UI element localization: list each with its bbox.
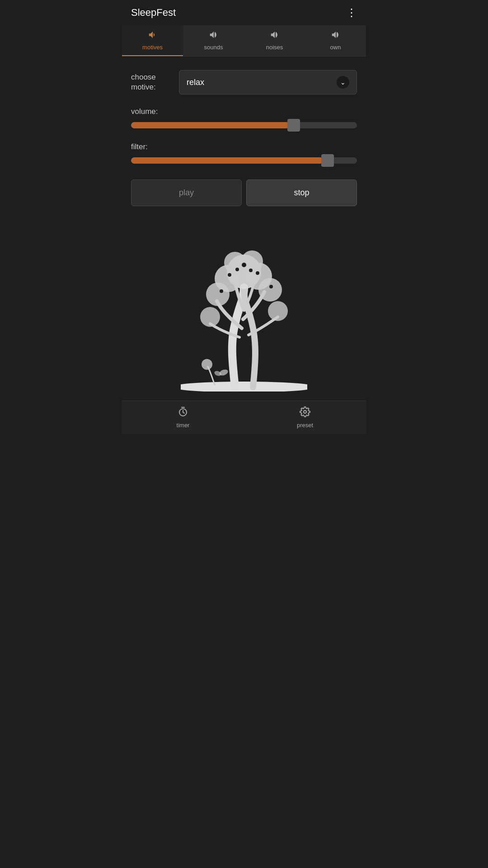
illustration-area xyxy=(131,219,357,392)
svg-point-14 xyxy=(256,271,259,275)
svg-point-12 xyxy=(235,268,239,271)
svg-point-9 xyxy=(241,250,263,272)
svg-point-13 xyxy=(228,273,231,277)
noises-tab-icon xyxy=(270,30,280,42)
svg-point-11 xyxy=(249,269,253,272)
filter-section: filter: xyxy=(131,142,357,165)
volume-section: volume: xyxy=(131,107,357,130)
app-title: SleepFest xyxy=(131,7,176,19)
preset-label: preset xyxy=(297,422,313,429)
noises-tab-label: noises xyxy=(266,44,283,51)
motive-row: choosemotive: relax ⌄ xyxy=(131,70,357,94)
bottom-nav: timer preset xyxy=(122,401,366,434)
tab-bar: motives sounds noises own xyxy=(122,25,366,57)
nav-preset[interactable]: preset xyxy=(244,401,366,434)
svg-point-4 xyxy=(206,283,230,306)
svg-point-0 xyxy=(181,382,307,392)
tree-illustration xyxy=(181,238,307,392)
dropdown-arrow-icon: ⌄ xyxy=(337,76,349,89)
sounds-tab-icon xyxy=(209,30,219,42)
svg-point-16 xyxy=(269,285,273,288)
stop-button[interactable]: stop xyxy=(246,179,357,206)
motives-tab-icon xyxy=(148,30,158,42)
motives-tab-label: motives xyxy=(142,44,163,51)
motive-value: relax xyxy=(187,78,204,87)
own-tab-label: own xyxy=(330,44,341,51)
menu-icon[interactable]: ⋮ xyxy=(346,6,357,19)
svg-point-15 xyxy=(220,289,223,293)
svg-point-7 xyxy=(268,301,288,321)
svg-point-21 xyxy=(304,410,306,413)
tab-noises[interactable]: noises xyxy=(244,25,305,56)
main-content: choosemotive: relax ⌄ volume: filter: pl… xyxy=(122,57,366,401)
play-button[interactable]: play xyxy=(131,179,242,206)
playback-controls: play stop xyxy=(131,179,357,206)
tab-motives[interactable]: motives xyxy=(122,25,183,56)
volume-label: volume: xyxy=(131,107,357,116)
own-tab-icon xyxy=(331,30,341,42)
motive-dropdown[interactable]: relax ⌄ xyxy=(179,70,357,94)
tab-sounds[interactable]: sounds xyxy=(183,25,244,56)
svg-point-17 xyxy=(202,359,212,370)
timer-icon xyxy=(178,406,188,420)
timer-label: timer xyxy=(177,422,190,429)
preset-icon xyxy=(300,406,310,420)
filter-label: filter: xyxy=(131,142,357,151)
svg-point-5 xyxy=(258,278,282,302)
sounds-tab-label: sounds xyxy=(204,44,223,51)
header: SleepFest ⋮ xyxy=(122,0,366,25)
tab-own[interactable]: own xyxy=(305,25,366,56)
svg-point-6 xyxy=(200,307,220,327)
motive-label: choosemotive: xyxy=(131,72,172,92)
nav-timer[interactable]: timer xyxy=(122,401,244,434)
svg-point-10 xyxy=(242,263,246,267)
svg-point-19 xyxy=(214,370,222,377)
